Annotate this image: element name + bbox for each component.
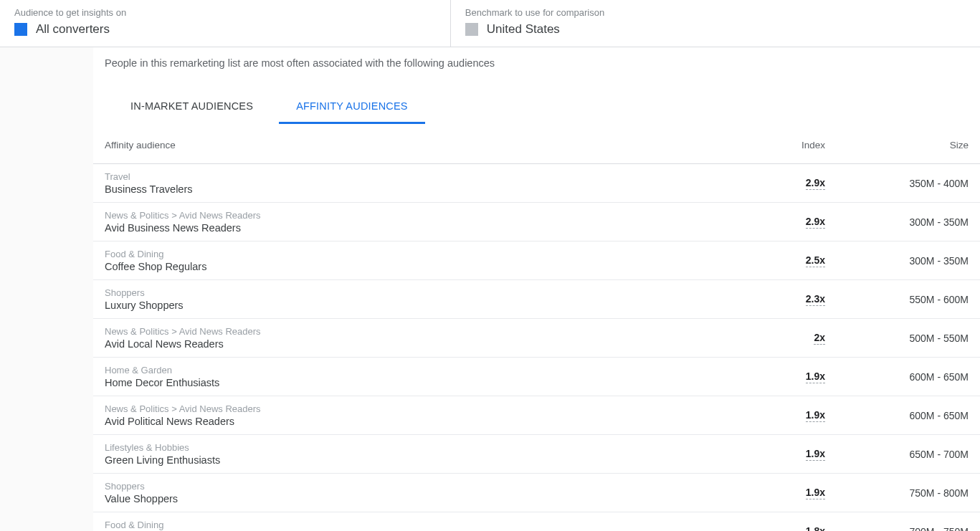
audience-name: Business Travelers	[105, 183, 732, 195]
size-cell: 600M - 650M	[825, 371, 969, 383]
index-cell: 1.9x	[732, 409, 825, 422]
size-value: 700M - 750M	[910, 526, 969, 532]
audience-category: Home & Garden	[105, 365, 732, 375]
size-value: 600M - 650M	[910, 410, 969, 421]
benchmark-selector-section[interactable]: Benchmark to use for comparison United S…	[451, 0, 902, 47]
audience-tabs: IN-MARKET AUDIENCES AFFINITY AUDIENCES	[93, 92, 980, 124]
index-cell: 2.5x	[732, 254, 825, 267]
table-row[interactable]: TravelBusiness Travelers2.9x350M - 400M	[93, 164, 980, 203]
audience-cell: Lifestyles & HobbiesGreen Living Enthusi…	[105, 442, 732, 466]
table-row[interactable]: Food & DiningFoodies1.8x700M - 750M	[93, 512, 980, 531]
audience-swatch-icon	[14, 23, 27, 36]
audience-cell: Home & GardenHome Decor Enthusiasts	[105, 365, 732, 388]
index-value[interactable]: 2.9x	[806, 177, 825, 190]
table-body: TravelBusiness Travelers2.9x350M - 400MN…	[93, 164, 980, 531]
audience-cell: News & Politics > Avid News ReadersAvid …	[105, 326, 732, 350]
index-value[interactable]: 1.9x	[806, 370, 825, 383]
index-cell: 2.3x	[732, 293, 825, 306]
index-cell: 1.9x	[732, 487, 825, 499]
table-row[interactable]: ShoppersLuxury Shoppers2.3x550M - 600M	[93, 280, 980, 319]
audience-value-row: All converters	[14, 22, 436, 37]
audience-name: Value Shoppers	[105, 493, 732, 504]
audience-category: News & Politics > Avid News Readers	[105, 326, 732, 337]
audience-cell: TravelBusiness Travelers	[105, 171, 732, 195]
audience-cell: ShoppersValue Shoppers	[105, 481, 732, 504]
audience-category: Travel	[105, 171, 732, 182]
audience-cell: ShoppersLuxury Shoppers	[105, 287, 732, 311]
index-value[interactable]: 2x	[814, 332, 825, 345]
size-value: 300M - 350M	[910, 255, 969, 267]
index-value[interactable]: 1.9x	[806, 487, 825, 499]
index-cell: 1.9x	[732, 370, 825, 383]
table-row[interactable]: News & Politics > Avid News ReadersAvid …	[93, 319, 980, 358]
audience-name: Avid Political News Readers	[105, 416, 732, 427]
size-cell: 300M - 350M	[825, 216, 969, 228]
audience-cell: News & Politics > Avid News ReadersAvid …	[105, 210, 732, 234]
audience-name: Home Decor Enthusiasts	[105, 377, 732, 388]
insights-card: People in this remarketing list are most…	[93, 47, 980, 531]
audience-label: Audience to get insights on	[14, 7, 436, 18]
column-header-index[interactable]: Index	[732, 140, 825, 150]
size-cell: 300M - 350M	[825, 255, 969, 267]
size-value: 550M - 600M	[910, 294, 969, 305]
size-value: 500M - 550M	[910, 333, 969, 344]
size-cell: 500M - 550M	[825, 333, 969, 344]
table-row[interactable]: Home & GardenHome Decor Enthusiasts1.9x6…	[93, 358, 980, 396]
size-cell: 600M - 650M	[825, 410, 969, 421]
audience-cell: News & Politics > Avid News ReadersAvid …	[105, 403, 732, 427]
size-cell: 350M - 400M	[825, 178, 969, 189]
audience-name: Luxury Shoppers	[105, 300, 732, 311]
benchmark-swatch-icon	[465, 23, 478, 36]
size-cell: 750M - 800M	[825, 487, 969, 499]
index-cell: 2.9x	[732, 216, 825, 229]
index-cell: 1.9x	[732, 448, 825, 461]
size-cell: 550M - 600M	[825, 294, 969, 305]
header-bar: Audience to get insights on All converte…	[0, 0, 980, 47]
table-header-row: Affinity audience Index Size	[93, 128, 980, 164]
index-cell: 1.8x	[732, 525, 825, 532]
index-cell: 2.9x	[732, 177, 825, 190]
audience-name: Avid Business News Readers	[105, 222, 732, 234]
column-header-size[interactable]: Size	[825, 140, 969, 150]
size-cell: 650M - 700M	[825, 449, 969, 460]
benchmark-label: Benchmark to use for comparison	[465, 7, 888, 18]
audience-name: Green Living Enthusiasts	[105, 454, 732, 466]
size-value: 350M - 400M	[910, 178, 969, 189]
table-row[interactable]: Lifestyles & HobbiesGreen Living Enthusi…	[93, 435, 980, 474]
audience-selector-section[interactable]: Audience to get insights on All converte…	[0, 0, 451, 47]
audience-name: Avid Local News Readers	[105, 338, 732, 350]
index-value[interactable]: 1.8x	[806, 525, 825, 532]
table-row[interactable]: News & Politics > Avid News ReadersAvid …	[93, 396, 980, 435]
table-row[interactable]: Food & DiningCoffee Shop Regulars2.5x300…	[93, 241, 980, 280]
tab-in-market-audiences[interactable]: IN-MARKET AUDIENCES	[113, 92, 270, 124]
index-value[interactable]: 2.9x	[806, 216, 825, 229]
audience-category: Shoppers	[105, 481, 732, 492]
audience-category: Shoppers	[105, 287, 732, 298]
audience-category: Food & Dining	[105, 520, 732, 530]
page-body: People in this remarketing list are most…	[0, 47, 980, 531]
audience-category: News & Politics > Avid News Readers	[105, 403, 732, 414]
audience-category: Lifestyles & Hobbies	[105, 442, 732, 453]
index-value[interactable]: 2.5x	[806, 254, 825, 267]
size-value: 600M - 650M	[910, 371, 969, 383]
index-value[interactable]: 1.9x	[806, 448, 825, 461]
intro-text: People in this remarketing list are most…	[93, 47, 980, 75]
benchmark-value-row: United States	[465, 22, 888, 37]
audience-category: News & Politics > Avid News Readers	[105, 210, 732, 221]
index-value[interactable]: 2.3x	[806, 293, 825, 306]
table-row[interactable]: News & Politics > Avid News ReadersAvid …	[93, 203, 980, 241]
audience-cell: Food & DiningFoodies	[105, 520, 732, 531]
index-value[interactable]: 1.9x	[806, 409, 825, 422]
benchmark-value: United States	[487, 22, 560, 37]
index-cell: 2x	[732, 332, 825, 345]
column-header-audience[interactable]: Affinity audience	[105, 140, 732, 150]
table-row[interactable]: ShoppersValue Shoppers1.9x750M - 800M	[93, 474, 980, 512]
size-cell: 700M - 750M	[825, 526, 969, 532]
size-value: 300M - 350M	[910, 216, 969, 228]
audience-cell: Food & DiningCoffee Shop Regulars	[105, 249, 732, 272]
tab-affinity-audiences[interactable]: AFFINITY AUDIENCES	[279, 92, 425, 124]
audience-category: Food & Dining	[105, 249, 732, 259]
size-value: 750M - 800M	[910, 487, 969, 499]
audience-value: All converters	[36, 22, 110, 37]
size-value: 650M - 700M	[910, 449, 969, 460]
